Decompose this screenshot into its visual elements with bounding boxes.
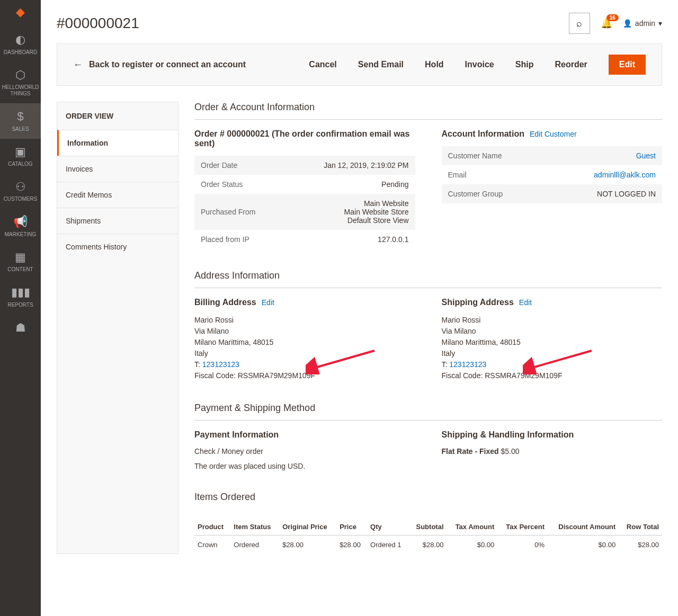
shipping-method-name: Flat Rate - Fixed [442,447,499,456]
edit-customer-link[interactable]: Edit Customer [530,130,577,138]
account-info-table: Customer NameGuest Emailadminlll@aklk.co… [442,146,663,203]
sidebar-item-catalog[interactable]: ▣CATALOG [0,139,41,174]
sidebar-label: REPORTS [7,302,33,308]
person-icon: ⚇ [15,180,26,194]
reorder-button[interactable]: Reorder [555,60,587,69]
sidebar-item-helloworld[interactable]: ⬡HELLOWORLD THINGS [0,62,41,103]
sidebar-item-dashboard[interactable]: ◐DASHBOARD [0,26,41,61]
page-title: #000000021 [57,15,139,32]
sidebar-label: DASHBOARD [4,49,37,56]
order-status-row: Order StatusPending [194,175,415,194]
section-order-account: Order & Account Information [194,102,662,120]
catalog-icon: ▣ [15,145,26,159]
shipping-name: Mario Rossi [442,315,663,326]
sidebar-item-reports[interactable]: ▮▮▮REPORTS [0,279,41,314]
user-icon: 👤 [623,19,632,28]
order-view-nav: ORDER VIEW Information Invoices Credit M… [57,102,179,554]
nav-item-shipments[interactable]: Shipments [57,208,178,234]
send-email-button[interactable]: Send Email [358,60,404,69]
sidebar-item-sales[interactable]: $SALES [0,103,41,138]
sidebar-item-stores[interactable]: ☗ [0,315,41,343]
nav-item-comments-history[interactable]: Comments History [57,234,178,260]
email-link[interactable]: adminlll@aklk.com [594,171,656,179]
order-info-title: Order # 000000021 (The order confirmatio… [194,129,415,148]
shipping-method-title: Shipping & Handling Information [442,430,663,440]
dashboard-icon: ◐ [15,33,25,47]
shipping-country: Italy [442,348,663,359]
section-address: Address Information [194,270,662,288]
edit-button[interactable]: Edit [609,55,646,75]
invoice-button[interactable]: Invoice [465,60,494,69]
sidebar-item-content[interactable]: ▦CONTENT [0,244,41,279]
logo-icon[interactable]: ◆ [0,0,41,26]
billing-fiscal-code: Fiscal Code: RSSMRA79M29M109F [194,370,415,381]
nav-item-invoices[interactable]: Invoices [57,156,178,182]
payment-info-block: Payment Information Check / Money order … [194,430,415,470]
arrow-left-icon: ← [73,59,83,70]
sidebar-item-customers[interactable]: ⚇CUSTOMERS [0,174,41,209]
customer-group-row: Customer GroupNOT LOGGED IN [442,184,663,203]
shipping-address-title: Shipping Address [442,298,514,307]
edit-billing-link[interactable]: Edit [262,298,274,307]
customer-name-link[interactable]: Guest [636,151,656,160]
sidebar-label: CATALOG [8,161,32,167]
billing-address-title: Billing Address [194,298,256,307]
admin-sidebar: ◆ ◐DASHBOARD ⬡HELLOWORLD THINGS $SALES ▣… [0,0,41,575]
order-date-row: Order DateJan 12, 2019, 2:19:02 PM [194,156,415,175]
payment-note: The order was placed using USD. [194,462,415,470]
stores-icon: ☗ [15,321,26,335]
billing-phone-link[interactable]: 123123123 [202,360,239,369]
placed-from-ip-row: Placed from IP127.0.0.1 [194,230,415,249]
shipping-street: Via Milano [442,326,663,337]
section-payment-shipping: Payment & Shipping Method [194,403,662,421]
table-row: Crown Ordered $28.00 $28.00 Ordered 1 $2… [194,535,662,555]
shipping-amount: $5.00 [501,447,520,456]
megaphone-icon: 📢 [13,215,28,229]
sidebar-label: CONTENT [7,266,33,273]
nav-item-credit-memos[interactable]: Credit Memos [57,182,178,208]
hold-button[interactable]: Hold [425,60,444,69]
billing-country: Italy [194,348,415,359]
billing-city: Milano Marittima, 48015 [194,337,415,348]
back-label: Back to register or connect an account [89,60,246,69]
payment-info-title: Payment Information [194,430,415,440]
account-info-block: Account Information Edit Customer Custom… [442,129,663,249]
sidebar-label: SALES [12,126,29,132]
billing-address-block: Billing Address Edit Mario Rossi Via Mil… [194,298,415,381]
action-toolbar: ← Back to register or connect an account… [57,43,662,86]
order-info-block: Order # 000000021 (The order confirmatio… [194,129,415,249]
notifications-button[interactable]: 🔔 16 [601,17,612,29]
items-ordered-table: Product Item Status Original Price Price… [194,519,662,554]
billing-street: Via Milano [194,326,415,337]
nav-item-information[interactable]: Information [57,130,178,156]
chevron-down-icon: ▾ [658,19,662,28]
sidebar-item-marketing[interactable]: 📢MARKETING [0,209,41,244]
search-button[interactable]: ⌕ [569,13,590,34]
shipping-city: Milano Marittima, 48015 [442,337,663,348]
cube-icon: ⬡ [15,68,25,82]
email-row: Emailadminlll@aklk.com [442,165,663,184]
page-header: #000000021 ⌕ 🔔 16 👤 admin ▾ [57,0,662,43]
order-info-table: Order DateJan 12, 2019, 2:19:02 PM Order… [194,156,415,249]
back-button[interactable]: ← Back to register or connect an account [73,59,246,70]
edit-shipping-link[interactable]: Edit [519,298,532,307]
shipping-address-block: Shipping Address Edit Mario Rossi Via Mi… [442,298,663,381]
reports-icon: ▮▮▮ [11,285,30,299]
payment-method: Check / Money order [194,447,415,456]
user-menu[interactable]: 👤 admin ▾ [623,19,662,28]
notification-badge: 16 [606,14,619,21]
content-icon: ▦ [15,251,26,264]
shipping-method-block: Shipping & Handling Information Flat Rat… [442,430,663,470]
user-name: admin [635,19,655,28]
shipping-phone-link[interactable]: 123123123 [449,360,486,369]
ship-button[interactable]: Ship [515,60,534,69]
shipping-fiscal-code: Fiscal Code: RSSMRA79M29M109F [442,370,663,381]
billing-name: Mario Rossi [194,315,415,326]
sidebar-label: MARKETING [5,231,36,238]
section-items: Items Ordered [194,492,662,509]
cancel-button[interactable]: Cancel [309,60,336,69]
search-icon: ⌕ [576,18,582,29]
order-view-title: ORDER VIEW [57,102,178,130]
account-info-title: Account Information [442,129,524,139]
sidebar-label: CUSTOMERS [4,196,38,202]
